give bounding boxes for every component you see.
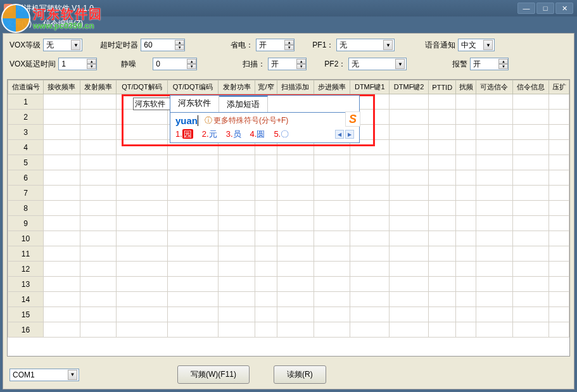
table-cell[interactable] xyxy=(44,110,80,125)
powersave-spinner[interactable]: 开 ▲▼ xyxy=(256,39,295,51)
table-cell[interactable] xyxy=(390,125,429,140)
table-cell[interactable] xyxy=(314,216,350,231)
table-cell[interactable] xyxy=(512,125,549,140)
table-cell[interactable] xyxy=(314,186,350,201)
table-cell[interactable] xyxy=(476,155,513,170)
table-cell[interactable] xyxy=(429,125,456,140)
table-cell[interactable] xyxy=(167,170,219,186)
column-header[interactable]: 扰频 xyxy=(456,80,476,94)
table-cell[interactable] xyxy=(549,277,569,292)
table-cell[interactable] xyxy=(476,201,513,216)
table-cell[interactable] xyxy=(80,231,117,246)
table-cell[interactable] xyxy=(350,262,390,277)
table-cell[interactable] xyxy=(117,246,168,262)
ime-candidate[interactable]: 2.元 xyxy=(202,129,217,140)
table-cell[interactable] xyxy=(476,94,513,110)
table-cell[interactable] xyxy=(476,231,513,246)
ime-candidate[interactable]: 4.圆 xyxy=(250,129,265,140)
table-cell[interactable] xyxy=(512,94,549,110)
table-cell[interactable] xyxy=(429,307,456,322)
table-cell[interactable] xyxy=(549,292,569,307)
table-cell[interactable] xyxy=(167,231,219,246)
table-cell[interactable] xyxy=(219,262,255,277)
table-cell[interactable] xyxy=(255,292,277,307)
table-cell[interactable] xyxy=(255,155,277,170)
table-cell[interactable] xyxy=(549,201,569,216)
table-cell[interactable] xyxy=(429,231,456,246)
ime-tab-2[interactable]: 添加短语 xyxy=(219,96,268,112)
table-cell[interactable] xyxy=(117,216,168,231)
table-cell[interactable] xyxy=(476,246,513,262)
table-cell[interactable] xyxy=(350,322,390,338)
table-cell[interactable] xyxy=(549,231,569,246)
table-cell[interactable] xyxy=(314,277,350,292)
table-cell[interactable] xyxy=(512,186,549,201)
table-cell[interactable] xyxy=(390,277,429,292)
table-cell[interactable] xyxy=(512,201,549,216)
ime-candidate[interactable]: 5.〇 xyxy=(274,129,289,140)
table-cell[interactable] xyxy=(429,277,456,292)
table-cell[interactable] xyxy=(456,170,476,186)
table-cell[interactable] xyxy=(512,246,549,262)
table-cell[interactable] xyxy=(429,262,456,277)
table-cell[interactable] xyxy=(476,322,513,338)
table-cell[interactable] xyxy=(549,155,569,170)
table-row[interactable]: 12 xyxy=(8,262,569,277)
table-cell[interactable] xyxy=(219,201,255,216)
table-cell[interactable] xyxy=(390,307,429,322)
table-cell[interactable] xyxy=(456,322,476,338)
table-cell[interactable] xyxy=(117,201,168,216)
table-row[interactable]: 9 xyxy=(8,216,569,231)
table-cell[interactable] xyxy=(219,186,255,201)
table-cell[interactable] xyxy=(219,155,255,170)
table-cell[interactable] xyxy=(117,262,168,277)
table-row[interactable]: 13 xyxy=(8,277,569,292)
table-cell[interactable] xyxy=(390,94,429,110)
table-cell[interactable] xyxy=(350,277,390,292)
table-cell[interactable] xyxy=(429,292,456,307)
table-cell[interactable] xyxy=(512,155,549,170)
table-cell[interactable] xyxy=(117,140,168,155)
table-cell[interactable] xyxy=(350,292,390,307)
table-cell[interactable] xyxy=(167,186,219,201)
table-cell[interactable] xyxy=(350,231,390,246)
table-cell[interactable] xyxy=(429,110,456,125)
table-cell[interactable] xyxy=(277,292,314,307)
table-cell[interactable] xyxy=(117,110,168,125)
table-cell[interactable] xyxy=(429,94,456,110)
table-cell[interactable] xyxy=(167,292,219,307)
table-cell[interactable] xyxy=(476,262,513,277)
table-cell[interactable] xyxy=(390,201,429,216)
table-cell[interactable] xyxy=(350,246,390,262)
table-cell[interactable] xyxy=(390,262,429,277)
table-cell[interactable] xyxy=(350,155,390,170)
table-cell[interactable] xyxy=(219,277,255,292)
table-cell[interactable] xyxy=(456,292,476,307)
table-cell[interactable] xyxy=(80,155,117,170)
table-cell[interactable] xyxy=(255,186,277,201)
table-cell[interactable] xyxy=(429,186,456,201)
table-cell[interactable] xyxy=(476,186,513,201)
ime-input[interactable]: yuan xyxy=(175,115,198,126)
table-cell[interactable] xyxy=(277,155,314,170)
column-header[interactable]: 接收频率 xyxy=(44,80,80,94)
close-button[interactable]: ✕ xyxy=(555,3,573,14)
table-cell[interactable] xyxy=(390,186,429,201)
table-cell[interactable] xyxy=(390,216,429,231)
table-cell[interactable] xyxy=(390,155,429,170)
table-cell[interactable] xyxy=(512,110,549,125)
table-cell[interactable] xyxy=(314,262,350,277)
column-header[interactable]: 可选信令 xyxy=(476,80,513,94)
table-cell[interactable] xyxy=(549,322,569,338)
table-cell[interactable] xyxy=(429,140,456,155)
table-cell[interactable] xyxy=(255,216,277,231)
table-cell[interactable] xyxy=(44,307,80,322)
table-cell[interactable] xyxy=(549,110,569,125)
table-cell[interactable] xyxy=(117,186,168,201)
table-cell[interactable] xyxy=(167,216,219,231)
menu-file[interactable]: 文件(V) xyxy=(6,18,32,29)
table-cell[interactable] xyxy=(117,231,168,246)
table-cell[interactable] xyxy=(117,125,168,140)
table-cell[interactable] xyxy=(350,201,390,216)
scan-spinner[interactable]: 开 ▲▼ xyxy=(268,58,307,70)
